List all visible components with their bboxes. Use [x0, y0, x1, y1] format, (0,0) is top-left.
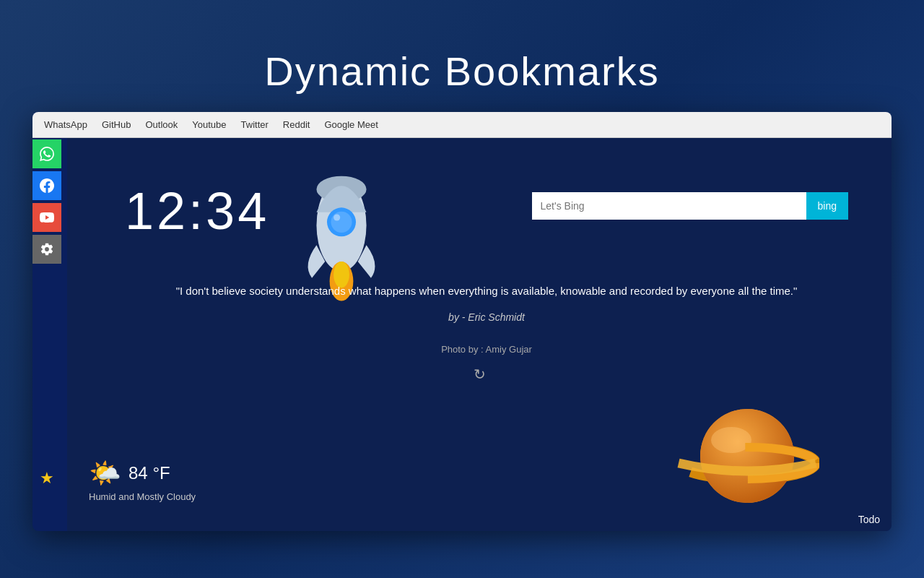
search-container: bing — [532, 192, 848, 220]
nav-link-youtube[interactable]: Youtube — [192, 119, 226, 130]
nav-link-reddit[interactable]: Reddit — [283, 119, 310, 130]
svg-point-3 — [331, 211, 352, 232]
photo-credit: Photo by : Amiy Gujar — [103, 344, 870, 355]
quote-author: by - Eric Schmidt — [103, 311, 870, 323]
nav-bar: WhatsApp GitHub Outlook Youtube Twitter … — [32, 112, 892, 138]
todo-button[interactable]: Todo — [858, 514, 880, 525]
sidebar-btn-youtube[interactable] — [32, 203, 61, 232]
sidebar — [32, 138, 67, 531]
nav-link-whatsapp[interactable]: WhatsApp — [44, 119, 87, 130]
sidebar-btn-whatsapp[interactable] — [32, 139, 61, 168]
weather-temperature: 84 °F — [128, 463, 170, 483]
search-button[interactable]: bing — [806, 192, 848, 220]
quote-text: "I don't believe society understands wha… — [103, 282, 870, 300]
sidebar-btn-settings[interactable] — [32, 235, 61, 264]
svg-point-4 — [334, 214, 340, 220]
nav-link-twitter[interactable]: Twitter — [241, 119, 269, 130]
svg-point-9 — [700, 409, 794, 503]
clock-display: 12:34 — [125, 181, 269, 241]
weather-description: Humid and Mostly Cloudy — [89, 491, 196, 502]
nav-link-googlemeet[interactable]: Google Meet — [324, 119, 378, 130]
planet-illustration — [675, 384, 819, 517]
sidebar-btn-facebook[interactable] — [32, 171, 61, 200]
browser-window: ★ ★ ★ ★ ★ ★ ★ ★ WhatsApp GitHub Outlook … — [32, 112, 892, 531]
nav-link-github[interactable]: GitHub — [102, 119, 131, 130]
weather-icon: 🌤️ — [89, 458, 121, 488]
nav-link-outlook[interactable]: Outlook — [145, 119, 178, 130]
weather-widget: 🌤️ 84 °F Humid and Mostly Cloudy — [89, 458, 196, 502]
search-input[interactable] — [532, 192, 806, 220]
main-content: 12:34 bing — [67, 138, 892, 531]
page-title: Dynamic Bookmarks — [264, 48, 659, 95]
refresh-icon[interactable]: ↻ — [474, 366, 486, 383]
